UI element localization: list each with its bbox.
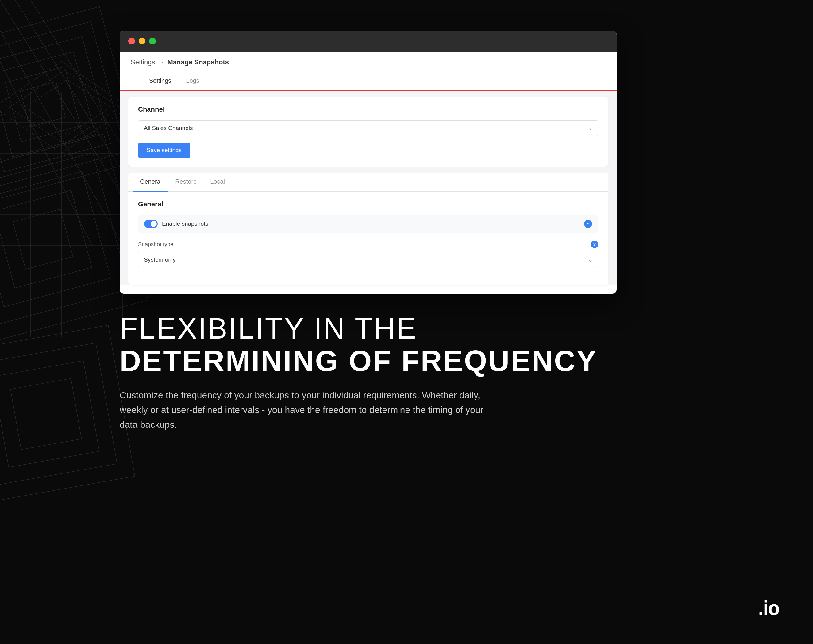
channel-title: Channel [138,106,598,113]
tab-general[interactable]: General [133,173,169,192]
enable-snapshots-label: Enable snapshots [162,220,208,227]
snapshot-type-section: Snapshot type ? System only Full Increme… [138,238,598,277]
mac-window: Settings → Manage Snapshots Settings Log… [120,31,617,294]
breadcrumb: Settings → Manage Snapshots [131,58,606,66]
snapshot-type-dropdown-wrapper: System only Full Incremental ⌄ [138,252,598,268]
general-title: General [138,200,598,208]
titlebar [120,31,617,52]
headline-line1: FLEXIBILITY IN THE [120,312,597,345]
breadcrumb-arrow: → [158,59,164,66]
enable-snapshots-help-icon[interactable]: ? [584,220,592,228]
window-content: Settings → Manage Snapshots Settings Log… [120,52,617,285]
snapshot-type-label-row: Snapshot type ? [138,241,598,248]
headline-line2: DETERMINING OF FREQUENCY [120,345,597,377]
minimize-button[interactable] [139,38,146,44]
close-button[interactable] [128,38,135,44]
save-settings-button[interactable]: Save settings [138,142,190,158]
snapshot-type-label: Snapshot type [138,241,173,248]
snapshot-type-help-icon[interactable]: ? [591,241,598,248]
sales-channel-dropdown-wrapper: All Sales Channels ⌄ [138,120,598,136]
top-tabs: Settings Logs [131,72,606,90]
sales-channel-dropdown[interactable]: All Sales Channels [138,120,598,136]
sub-tabs: General Restore Local [128,173,608,191]
subtext: Customize the frequency of your backups … [120,388,488,432]
headline-bold: DETERMINING OF FREQUENCY [120,344,597,377]
tab-restore[interactable]: Restore [169,173,203,192]
tab-local[interactable]: Local [203,173,232,192]
enable-snapshots-toggle[interactable] [144,220,158,228]
tab-settings[interactable]: Settings [142,72,179,91]
bottom-text: FLEXIBILITY IN THE DETERMINING OF FREQUE… [120,312,631,432]
headline-light: FLEXIBILITY IN THE [120,312,417,345]
snapshot-type-dropdown[interactable]: System only Full Incremental [138,252,598,268]
tab-logs[interactable]: Logs [179,72,207,91]
breadcrumb-parent[interactable]: Settings [131,58,155,66]
enable-snapshots-row: Enable snapshots ? [138,215,598,233]
maximize-button[interactable] [149,38,156,44]
breadcrumb-bar: Settings → Manage Snapshots Settings Log… [120,52,617,91]
channel-section: Channel All Sales Channels ⌄ Save settin… [128,97,608,167]
general-section: General Enable snapshots ? Snapshot type… [128,192,608,285]
toggle-left: Enable snapshots [144,220,208,228]
breadcrumb-current: Manage Snapshots [167,58,229,66]
